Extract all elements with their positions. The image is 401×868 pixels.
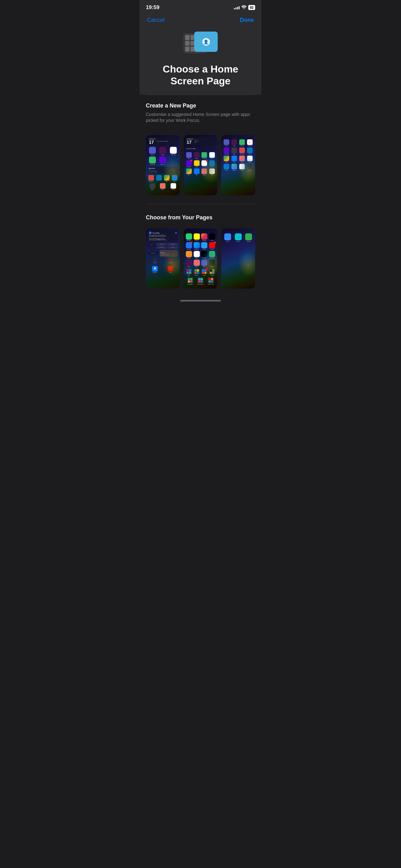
work-page-thumbnail-1[interactable]: MONDAY 17 No events today Teams Slack	[146, 135, 180, 195]
header-illustration: 👤	[140, 28, 261, 58]
wifi-icon	[241, 5, 246, 10]
work-pages-row: MONDAY 17 No events today Teams Slack	[140, 135, 261, 202]
navigation-bar: Cancel Done	[140, 13, 261, 28]
productivity-page-thumbnail[interactable]: WhatsApp Snapchat Instagram TikTok	[183, 228, 218, 289]
third-page-thumbnail[interactable]: Zoom Canva Feedly	[221, 228, 255, 289]
title-section: Choose a Home Screen Page	[140, 58, 261, 95]
create-section-desc: Customise a suggested Home Screen page w…	[146, 112, 255, 124]
status-bar: 19:59 92	[140, 0, 261, 13]
cancel-button[interactable]: Cancel	[147, 17, 165, 24]
create-section-title: Create a New Page	[146, 102, 255, 109]
work-page-thumbnail-2[interactable]: MONDAY 17 ● 7 Reminders Mino No events t…	[183, 135, 218, 195]
home-indicator-area	[140, 295, 261, 304]
page-title: Choose a Home Screen Page	[149, 63, 252, 87]
done-button[interactable]: Done	[240, 17, 254, 24]
phone-icon: 👤	[183, 32, 218, 55]
signal-icon	[234, 6, 239, 9]
your-pages-title: Choose from Your Pages	[146, 214, 255, 221]
work-page-thumbnail-3[interactable]: Teams Slack Evernote 17 Calendar	[221, 135, 255, 195]
status-icons: 92	[234, 5, 255, 10]
your-pages-section: Choose from Your Pages	[140, 207, 261, 228]
social-page-thumbnail[interactable]: Top updates Rita Prady Nkwain and Elisa …	[146, 228, 180, 289]
home-indicator	[180, 300, 221, 302]
your-pages-row: Top updates Rita Prady Nkwain and Elisa …	[140, 228, 261, 295]
status-time: 19:59	[146, 4, 159, 11]
create-section: Create a New Page Customise a suggested …	[140, 95, 261, 135]
battery-indicator: 92	[248, 5, 255, 10]
